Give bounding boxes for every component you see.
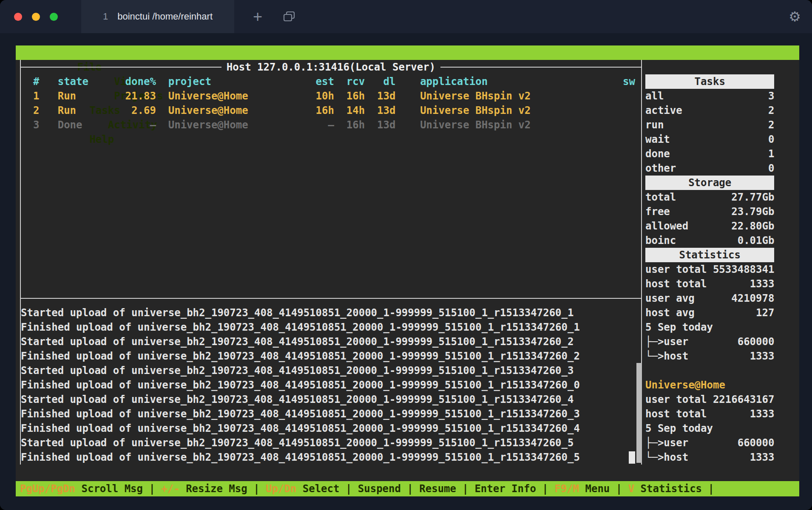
hint-resume[interactable]: Resume (419, 483, 456, 495)
stat-label: user total (645, 262, 707, 277)
sidebar-row: boinc0.01Gb (645, 233, 774, 248)
separator: | (149, 483, 155, 495)
stat-value: 5533488341 (713, 262, 775, 277)
tabs-overview-icon[interactable] (283, 11, 295, 22)
log-line: Finished upload of universe_bh2_190723_4… (21, 349, 641, 363)
stats-sidebar: Tasks all3 active2 run2 wait0 done1 othe… (641, 60, 799, 465)
task-project: Universe@Home (168, 103, 316, 118)
border-line (440, 67, 641, 68)
terminal-cursor (629, 451, 635, 464)
task-row[interactable]: 2 Run 2.69 Universe@Home 16h 14h 13d Uni… (21, 103, 641, 118)
project-label: Universe@Home (645, 378, 725, 392)
stat-label: allowed (645, 219, 688, 233)
hint-label: Select (303, 483, 340, 495)
stat-label: host total (645, 407, 707, 421)
settings-gear-icon[interactable]: ⚙ (789, 8, 801, 25)
stat-label: free (645, 204, 670, 219)
task-project: Universe@Home (168, 118, 316, 132)
stat-label: active (645, 103, 682, 118)
menu-bar: File View Projects Tasks Activity Help (16, 45, 799, 60)
hint-select[interactable]: Up/Dn Select (266, 483, 339, 495)
host-title: Host 127.0.0.1:31416(Local Server) (221, 60, 440, 74)
stat-value: 1333 (750, 407, 775, 421)
task-est: 10h (316, 89, 334, 103)
close-button[interactable] (14, 13, 22, 21)
stat-label: host avg (645, 306, 695, 320)
message-scrollbar[interactable] (636, 363, 642, 463)
stat-label: boinc (645, 233, 676, 248)
task-dl: 13d (365, 118, 395, 132)
hotkey: +/- (161, 483, 179, 495)
stat-value: 0 (768, 161, 774, 176)
hint-statistics[interactable]: V Statistics (628, 483, 702, 495)
col-header-num: # (21, 74, 39, 89)
sidebar-row: ├─>user660000 (645, 334, 774, 349)
sidebar-spacer (645, 363, 799, 378)
stat-value: 3 (768, 89, 774, 103)
sidebar-section-tasks: Tasks (645, 74, 774, 89)
task-state: Run (58, 103, 95, 118)
stat-label: 5 Sep today (645, 421, 713, 436)
task-done-pct: 21.83 (94, 89, 156, 103)
col-header-sw: sw (623, 74, 641, 89)
stat-label: total (645, 190, 676, 204)
tasks-panel: Host 127.0.0.1:31416(Local Server) # sta… (20, 60, 641, 465)
terminal-tab[interactable]: 1 boinctui /home/reinhart (81, 0, 234, 33)
sidebar-row: host avg127 (645, 306, 774, 320)
col-header-rcv: rcv (334, 74, 365, 89)
hint-label: Statistics (641, 483, 702, 495)
sidebar-row: host total1333 (645, 407, 774, 421)
col-header-project: project (168, 74, 316, 89)
hint-label: Resume (419, 483, 456, 495)
hotkey: Up/Dn (266, 483, 296, 495)
stat-value: 4210978 (731, 291, 774, 306)
task-state: Done (58, 118, 95, 132)
hint-menu[interactable]: F9/M Menu (554, 483, 610, 495)
task-project: Universe@Home (168, 89, 316, 103)
hint-label: Resize Msg (186, 483, 247, 495)
task-rcv: 14h (334, 103, 365, 118)
minimize-button[interactable] (32, 13, 40, 21)
zoom-button[interactable] (50, 13, 58, 21)
task-est: – (316, 118, 334, 132)
log-line: Started upload of universe_bh2_190723_40… (21, 334, 641, 349)
hint-label: Menu (585, 483, 610, 495)
stat-value: 660000 (738, 436, 775, 450)
stat-value: 1333 (750, 277, 775, 291)
task-application: Universe BHspin v2 (420, 89, 635, 103)
stat-label: other (645, 161, 676, 176)
hint-suspend[interactable]: Suspend (358, 483, 401, 495)
sidebar-row: other0 (645, 161, 774, 176)
hint-scroll-msg[interactable]: PgUp/PgDn Scroll Msg (20, 483, 143, 495)
task-rcv: 16h (334, 118, 365, 132)
separator: | (616, 483, 622, 495)
stat-value: 27.77Gb (731, 190, 774, 204)
stat-value: 2 (768, 118, 774, 132)
hint-resize-msg[interactable]: +/- Resize Msg (161, 483, 247, 495)
log-line: Finished upload of universe_bh2_190723_4… (21, 378, 641, 392)
separator: | (346, 483, 352, 495)
stat-label: run (645, 118, 664, 132)
status-bar: PgUp/PgDn Scroll Msg | +/- Resize Msg | … (16, 481, 799, 496)
task-state: Run (58, 89, 95, 103)
task-row[interactable]: 1 Run 21.83 Universe@Home 10h 16h 13d Un… (21, 89, 641, 103)
hint-enter-info[interactable]: Enter Info (474, 483, 536, 495)
task-table-header: # state done% project est rcv dl applica… (21, 74, 641, 89)
project-name: Universe@Home (645, 378, 774, 392)
separator: | (708, 483, 714, 495)
task-sw (635, 118, 641, 132)
boinctui-app: File View Projects Tasks Activity Help H… (16, 45, 799, 496)
task-est: 16h (316, 103, 334, 118)
separator: | (542, 483, 548, 495)
task-num: 2 (21, 103, 39, 118)
log-line: Finished upload of universe_bh2_190723_4… (21, 450, 641, 465)
stat-label: ├─>user (645, 334, 688, 349)
task-num: 1 (21, 89, 39, 103)
task-rcv: 16h (334, 89, 365, 103)
sidebar-row: free23.79Gb (645, 204, 774, 219)
stat-value: 660000 (738, 334, 775, 349)
new-tab-icon[interactable]: + (253, 0, 262, 33)
task-row[interactable]: 3 Done – Universe@Home – 16h 13d Univers… (21, 118, 641, 132)
sidebar-row: wait0 (645, 132, 774, 147)
log-line: Started upload of universe_bh2_190723_40… (21, 392, 641, 407)
